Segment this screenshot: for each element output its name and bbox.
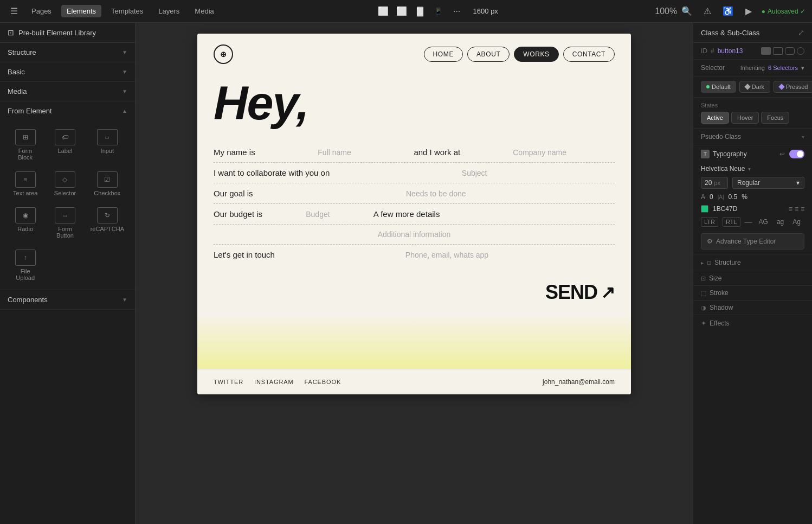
- align-left-icon[interactable]: ≡: [789, 205, 792, 213]
- mobile-icon[interactable]: 📱: [431, 4, 446, 19]
- font-chevron-icon[interactable]: ▾: [748, 166, 751, 172]
- direction-row: LTR RTL — AG ag Ag: [693, 215, 812, 229]
- id-value[interactable]: button13: [718, 47, 743, 55]
- play-icon[interactable]: ▶: [741, 4, 756, 19]
- structure-expand-icon: ▸: [701, 260, 704, 266]
- accessibility-icon[interactable]: ♿: [720, 4, 736, 19]
- ltr-btn[interactable]: LTR: [701, 217, 718, 227]
- color-swatch[interactable]: [701, 205, 708, 213]
- form-block-label: Form Block: [11, 148, 40, 161]
- panel-collapse-icon[interactable]: ⤢: [798, 28, 804, 37]
- shadow-label[interactable]: Shadow: [710, 304, 733, 311]
- footer-facebook[interactable]: FACEBOOK: [305, 379, 341, 385]
- font-size-input[interactable]: 20 px: [701, 177, 728, 189]
- form-field-fullname[interactable]: Full name: [260, 148, 410, 157]
- rtl-btn[interactable]: RTL: [723, 217, 740, 227]
- align-icons: ≡ ≡ ≡: [789, 205, 804, 213]
- structure-row[interactable]: ▸ ⊡ Structure: [701, 259, 804, 266]
- footer-instagram[interactable]: INSTAGRAM: [254, 379, 294, 385]
- components-header[interactable]: Components ▼: [0, 290, 135, 309]
- components-chevron: ▼: [122, 297, 127, 303]
- size-label[interactable]: Size: [709, 274, 721, 282]
- search-icon[interactable]: 🔍: [679, 4, 694, 19]
- more-icon[interactable]: ···: [449, 4, 465, 19]
- form-row-6: Let's get in touch Phone, email, whats a…: [214, 245, 615, 265]
- input-item[interactable]: ▭ Input: [87, 126, 127, 164]
- stroke-row: ⬚ Stroke: [693, 286, 812, 301]
- tablet-portrait-icon[interactable]: ⬜: [415, 4, 426, 19]
- line-height-value[interactable]: 0.5: [729, 193, 738, 201]
- selector-count[interactable]: 6 Selectors: [768, 65, 798, 71]
- footer-twitter[interactable]: TWITTER: [214, 379, 243, 385]
- color-value[interactable]: 1BC47D: [713, 205, 737, 213]
- form-field-company[interactable]: Company name: [465, 148, 615, 157]
- alert-icon[interactable]: ⚠: [700, 4, 715, 19]
- selector-default-btn[interactable]: Default: [701, 81, 736, 93]
- layers-tab[interactable]: Layers: [153, 5, 185, 17]
- elements-tab[interactable]: Elements: [61, 5, 101, 17]
- form-field-contact[interactable]: Phone, email, whats app: [279, 251, 615, 259]
- pseudo-row: Psuedo Class ▾: [693, 129, 812, 145]
- file-upload-item[interactable]: ↑ File Upload: [8, 246, 43, 284]
- form-button-icon: ▭: [55, 207, 75, 223]
- align-center-icon[interactable]: ≡: [795, 205, 798, 213]
- left-sidebar: ⊡ Pre-built Element Library Structure ▼ …: [0, 23, 136, 524]
- uppercase-btn[interactable]: AG: [757, 217, 770, 227]
- align-right-icon[interactable]: ≡: [801, 205, 804, 213]
- state-active-btn[interactable]: Active: [701, 112, 729, 124]
- library-header[interactable]: ⊡ Pre-built Element Library: [0, 23, 135, 43]
- id-icon-rect: [761, 47, 771, 55]
- typography-toggle[interactable]: [789, 150, 804, 158]
- nav-home[interactable]: HOME: [424, 47, 463, 62]
- state-hover-btn[interactable]: Hover: [731, 112, 759, 124]
- structure-row-label: Structure: [714, 259, 804, 266]
- id-hash: #: [711, 47, 714, 55]
- form-field-budget[interactable]: Budget: [267, 210, 369, 219]
- pseudo-chevron[interactable]: ▾: [802, 134, 804, 140]
- send-button[interactable]: SEND ↗: [545, 281, 615, 304]
- nav-contact[interactable]: CONTACT: [563, 47, 615, 62]
- desktop-icon[interactable]: ⬜: [376, 4, 391, 19]
- advance-type-editor-btn[interactable]: ⚙ Advance Type Editor: [701, 233, 804, 250]
- zoom-display[interactable]: 100%: [659, 4, 674, 19]
- form-field-goal[interactable]: Needs to be done: [257, 189, 615, 198]
- stroke-label[interactable]: Stroke: [710, 289, 729, 297]
- font-weight-select[interactable]: Regular ▾: [732, 177, 804, 189]
- form-field-subject[interactable]: Subject: [334, 169, 615, 177]
- recaptcha-item[interactable]: ↻ reCAPTCHA: [87, 204, 127, 242]
- structure-header[interactable]: Structure ▼: [0, 43, 135, 62]
- basic-header[interactable]: Basic ▼: [0, 62, 135, 81]
- form-field-additional[interactable]: Additional information: [214, 230, 615, 239]
- checkbox-item[interactable]: ☑ Checkbox: [87, 168, 127, 200]
- form-block-item[interactable]: ⊞ Form Block: [8, 126, 43, 164]
- pages-tab[interactable]: Pages: [26, 5, 57, 17]
- templates-tab[interactable]: Templates: [106, 5, 149, 17]
- selector-dark-btn[interactable]: Dark: [739, 81, 770, 93]
- menu-icon[interactable]: ☰: [7, 4, 22, 19]
- from-element-header[interactable]: From Element ▲: [0, 101, 135, 120]
- font-name[interactable]: Helvetica Neue: [701, 165, 745, 172]
- selector-icon: ◇: [55, 171, 75, 188]
- state-focus-btn[interactable]: Focus: [761, 112, 789, 124]
- nav-about[interactable]: ABOUT: [467, 47, 510, 62]
- radio-item[interactable]: ◉ Radio: [8, 204, 43, 242]
- selector-pressed-btn[interactable]: Pressed: [774, 81, 812, 93]
- label-item[interactable]: 🏷 Label: [47, 126, 82, 164]
- selector-item[interactable]: ◇ Selector: [47, 168, 82, 200]
- media-header[interactable]: Media ▼: [0, 82, 135, 101]
- pressed-label: Pressed: [786, 84, 808, 90]
- gradient-section: [197, 315, 631, 369]
- nav-works[interactable]: WORKS: [514, 47, 558, 62]
- textarea-item[interactable]: ≡ Text area: [8, 168, 43, 200]
- titlecase-btn[interactable]: Ag: [790, 217, 803, 227]
- effects-row[interactable]: ✦ Effects: [693, 315, 812, 331]
- page-logo: ⊕: [214, 44, 233, 64]
- lowercase-btn[interactable]: ag: [775, 217, 786, 227]
- basic-label: Basic: [8, 68, 25, 76]
- form-button-item[interactable]: ▭ Form Button: [47, 204, 82, 242]
- selector-dropdown-icon[interactable]: ▾: [801, 65, 804, 72]
- tablet-landscape-icon[interactable]: ⬜: [394, 4, 409, 19]
- letter-spacing-value[interactable]: 0: [710, 193, 713, 201]
- undo-icon[interactable]: ↩: [779, 150, 785, 158]
- media-tab[interactable]: Media: [189, 5, 219, 17]
